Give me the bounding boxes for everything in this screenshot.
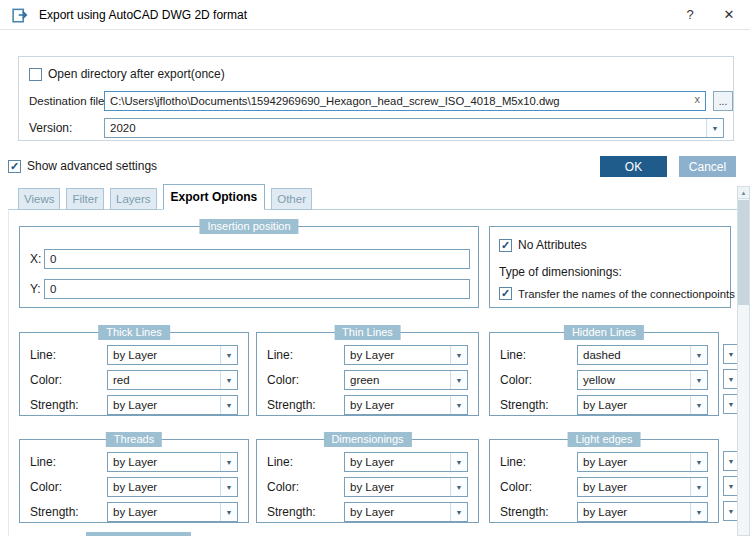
line-label: Line: xyxy=(30,452,56,472)
chevron-down-icon[interactable]: ▼ xyxy=(690,453,707,471)
tab-other[interactable]: Other xyxy=(271,188,312,210)
thin-lines-strength-combo[interactable]: by Layer ▼ xyxy=(344,395,468,415)
partial-group-badge xyxy=(86,532,191,536)
hidden-lines-strength-combo[interactable]: by Layer ▼ xyxy=(577,395,708,415)
clipped-combo[interactable]: ▼ xyxy=(723,394,737,414)
threads-strength-combo[interactable]: by Layer ▼ xyxy=(107,502,238,522)
light-edges-color-combo[interactable]: by Layer ▼ xyxy=(577,477,708,497)
threads-color-combo[interactable]: by Layer ▼ xyxy=(107,477,238,497)
chevron-down-icon[interactable]: ▼ xyxy=(450,453,467,471)
chevron-down-icon[interactable]: ▼ xyxy=(220,478,237,496)
group-title: Light edges xyxy=(568,432,641,447)
strength-label: Strength: xyxy=(500,395,549,415)
transfer-names-checkbox[interactable]: ✓ Transfer the names of the connectionpo… xyxy=(499,287,735,300)
strength-label: Strength: xyxy=(30,502,79,522)
thin-lines-color-combo[interactable]: green ▼ xyxy=(344,370,468,390)
light-edges-line-combo[interactable]: by Layer ▼ xyxy=(577,452,708,472)
chevron-down-icon[interactable]: ▼ xyxy=(220,396,237,414)
checkbox-icon: ✓ xyxy=(8,160,21,173)
strength-label: Strength: xyxy=(500,502,549,522)
tab-filter[interactable]: Filter xyxy=(66,188,104,210)
color-label: Color: xyxy=(500,370,532,390)
scrollbar-thumb[interactable] xyxy=(738,200,749,305)
thick-lines-strength-combo[interactable]: by Layer ▼ xyxy=(107,395,238,415)
clipped-combo[interactable]: ▼ xyxy=(723,476,737,496)
chevron-down-icon[interactable]: ▼ xyxy=(450,478,467,496)
version-combo[interactable]: 2020 ▼ xyxy=(104,118,724,138)
titlebar: Export using AutoCAD DWG 2D format ? ✕ xyxy=(0,0,750,30)
chevron-down-icon[interactable]: ▼ xyxy=(690,371,707,389)
chevron-down-icon[interactable]: ▼ xyxy=(220,346,237,364)
chevron-down-icon[interactable]: ▼ xyxy=(220,453,237,471)
dimensionings-color-combo[interactable]: by Layer ▼ xyxy=(344,477,468,497)
group-threads: Threads Line: by Layer ▼ Color: by Layer… xyxy=(19,439,249,523)
chevron-down-icon[interactable]: ▼ xyxy=(690,478,707,496)
tab-views[interactable]: Views xyxy=(18,188,60,210)
group-title: Threads xyxy=(106,432,162,447)
close-button[interactable]: ✕ xyxy=(720,7,738,22)
clear-destination-button[interactable]: x xyxy=(695,94,701,105)
chevron-down-icon[interactable]: ▼ xyxy=(706,119,723,137)
color-label: Color: xyxy=(267,477,299,497)
destination-file-input[interactable] xyxy=(104,91,706,111)
scroll-up-button[interactable]: ▲ xyxy=(738,187,749,199)
chevron-down-icon[interactable]: ▼ xyxy=(450,346,467,364)
checkmark-icon: ✓ xyxy=(501,288,510,299)
version-label: Version: xyxy=(29,118,72,138)
line-label: Line: xyxy=(30,345,56,365)
clipped-combo[interactable]: ▼ xyxy=(723,369,737,389)
line-label: Line: xyxy=(500,452,526,472)
clipped-combo[interactable]: ▼ xyxy=(723,344,737,364)
group-attributes: ✓ No Attributes Type of dimensionings: ✓… xyxy=(489,226,731,308)
thin-lines-line-combo[interactable]: by Layer ▼ xyxy=(344,345,468,365)
chevron-down-icon[interactable]: ▼ xyxy=(690,346,707,364)
light-edges-strength-combo[interactable]: by Layer ▼ xyxy=(577,502,708,522)
chevron-down-icon[interactable]: ▼ xyxy=(220,503,237,521)
dimensionings-line-combo[interactable]: by Layer ▼ xyxy=(344,452,468,472)
hidden-lines-line-combo[interactable]: dashed ▼ xyxy=(577,345,708,365)
show-advanced-label: Show advanced settings xyxy=(27,159,157,173)
open-directory-checkbox[interactable]: Open directory after export(once) xyxy=(29,67,225,81)
open-directory-label: Open directory after export(once) xyxy=(48,67,225,81)
cancel-button[interactable]: Cancel xyxy=(679,156,736,177)
insertion-x-input[interactable] xyxy=(44,249,470,269)
export-settings-box: Open directory after export(once) Destin… xyxy=(18,56,734,141)
y-label: Y: xyxy=(30,279,41,299)
export-options-panel: Insertion position X: Y: ✓ No Attributes… xyxy=(8,209,737,536)
tab-layers[interactable]: Layers xyxy=(110,188,157,210)
group-title: Insertion position xyxy=(199,219,298,234)
strength-label: Strength: xyxy=(30,395,79,415)
clipped-combo[interactable]: ▼ xyxy=(723,451,737,471)
chevron-down-icon[interactable]: ▼ xyxy=(690,396,707,414)
x-label: X: xyxy=(30,249,41,269)
group-title: Thin Lines xyxy=(334,325,401,340)
checkbox-icon xyxy=(29,68,42,81)
chevron-down-icon[interactable]: ▼ xyxy=(220,371,237,389)
chevron-down-icon[interactable]: ▼ xyxy=(690,503,707,521)
color-label: Color: xyxy=(267,370,299,390)
help-button[interactable]: ? xyxy=(682,7,698,22)
checkmark-icon: ✓ xyxy=(501,240,510,251)
tab-export-options[interactable]: Export Options xyxy=(163,184,266,210)
browse-button[interactable]: ... xyxy=(713,91,733,111)
group-light-edges: Light edges Line: by Layer ▼ Color: by L… xyxy=(489,439,719,523)
threads-line-combo[interactable]: by Layer ▼ xyxy=(107,452,238,472)
chevron-down-icon[interactable]: ▼ xyxy=(450,396,467,414)
line-label: Line: xyxy=(267,452,293,472)
strength-label: Strength: xyxy=(267,502,316,522)
hidden-lines-color-combo[interactable]: yellow ▼ xyxy=(577,370,708,390)
group-title: Dimensionings xyxy=(323,432,411,447)
insertion-y-input[interactable] xyxy=(44,279,470,299)
dimensionings-strength-combo[interactable]: by Layer ▼ xyxy=(344,502,468,522)
thick-lines-color-combo[interactable]: red ▼ xyxy=(107,370,238,390)
destination-file-label: Destination file: xyxy=(29,91,108,111)
clipped-combo[interactable]: ▼ xyxy=(723,501,737,521)
vertical-scrollbar[interactable]: ▲ xyxy=(737,186,750,536)
group-hidden-lines: Hidden Lines Line: dashed ▼ Color: yello… xyxy=(489,332,719,416)
chevron-down-icon[interactable]: ▼ xyxy=(450,503,467,521)
no-attributes-checkbox[interactable]: ✓ No Attributes xyxy=(499,238,587,252)
ok-button[interactable]: OK xyxy=(600,156,667,177)
thick-lines-line-combo[interactable]: by Layer ▼ xyxy=(107,345,238,365)
chevron-down-icon[interactable]: ▼ xyxy=(450,371,467,389)
show-advanced-checkbox[interactable]: ✓ Show advanced settings xyxy=(8,159,157,173)
